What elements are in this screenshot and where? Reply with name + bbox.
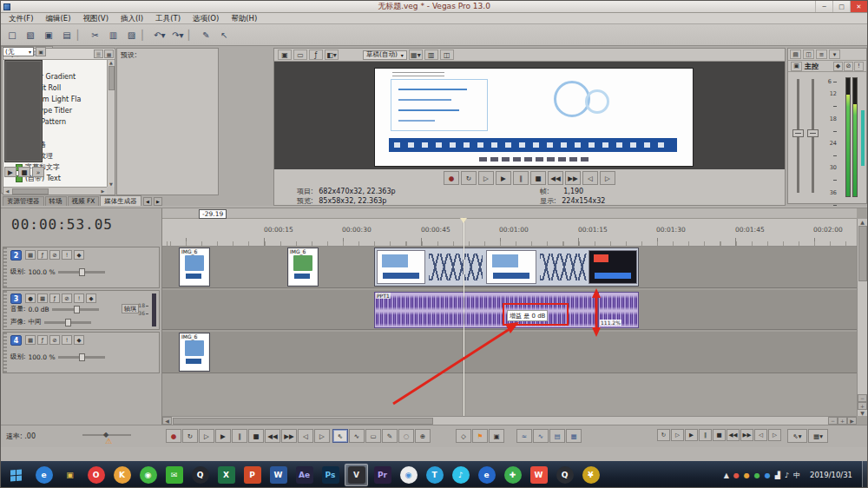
tree-horizontal-scrollbar[interactable]: ◀ ▶ bbox=[3, 187, 107, 195]
interactive-tutorials-icon[interactable]: ✎ bbox=[197, 27, 214, 43]
timeline-vertical-scrollbar[interactable]: ▲ − + ▼ bbox=[857, 219, 867, 416]
play-icon[interactable]: ▶ bbox=[215, 429, 231, 443]
zoom-out-icon[interactable]: − bbox=[858, 394, 867, 402]
solo-icon[interactable]: ! bbox=[62, 335, 72, 345]
video-event[interactable]: IMG_6 bbox=[179, 247, 210, 287]
minimize-button[interactable]: ─ bbox=[815, 1, 832, 12]
finance-app[interactable]: ¥ bbox=[579, 464, 602, 486]
auto-ripple-icon[interactable]: ≈ bbox=[516, 429, 532, 443]
pan-slider[interactable] bbox=[44, 321, 91, 324]
more-presets-icon[interactable]: » bbox=[32, 167, 44, 177]
menu-item[interactable]: 文件(F) bbox=[3, 13, 40, 24]
insert-marker-icon[interactable]: ⚑ bbox=[472, 429, 488, 443]
solo-master-icon[interactable]: ! bbox=[854, 62, 864, 71]
word[interactable]: W bbox=[266, 464, 290, 486]
zoom-edit-tool-icon[interactable]: ⊕ bbox=[415, 429, 431, 443]
track-grip[interactable] bbox=[3, 247, 7, 287]
kuwo-music[interactable]: K bbox=[110, 464, 134, 486]
envelope-edit-tool-icon[interactable]: ∿ bbox=[349, 429, 365, 443]
track-fx-icon[interactable]: ƒ bbox=[49, 293, 60, 303]
tim[interactable]: T bbox=[423, 464, 446, 486]
bus-assign-icon[interactable]: ▦ bbox=[25, 250, 36, 260]
copy-snapshot-icon[interactable]: ▥ bbox=[424, 49, 438, 60]
taskbar-clock[interactable]: 2019/10/31 bbox=[805, 471, 858, 479]
snap-icon[interactable]: ◇ bbox=[456, 429, 471, 443]
paint-tool-icon[interactable]: ✎ bbox=[382, 429, 398, 443]
paste-icon[interactable]: ▨ bbox=[122, 27, 140, 43]
copy-icon[interactable]: ▥ bbox=[104, 27, 122, 43]
automation-icon[interactable]: ◆ bbox=[74, 250, 84, 260]
tab-scroll-right-icon[interactable]: ▶ bbox=[154, 197, 162, 206]
overlays-grid-icon[interactable]: ▦▾ bbox=[409, 49, 423, 60]
level-slider[interactable] bbox=[58, 356, 105, 359]
prev-frame-icon[interactable]: ◁ bbox=[754, 429, 767, 441]
prev-frame-icon[interactable]: ◁ bbox=[582, 171, 598, 185]
play-icon[interactable]: ▶ bbox=[496, 171, 511, 185]
tray-app-blue-icon[interactable]: ● bbox=[765, 472, 771, 479]
whats-this-help-icon[interactable]: ↖ bbox=[215, 27, 233, 43]
stop-icon[interactable]: ■ bbox=[248, 429, 264, 443]
show-desktop-button[interactable] bbox=[862, 461, 867, 488]
arm-record-icon[interactable]: ● bbox=[25, 293, 36, 303]
split-screen-view-icon[interactable]: ◧▾ bbox=[325, 49, 339, 60]
stop-icon[interactable]: ■ bbox=[530, 171, 546, 185]
toolbar-separator[interactable]: ▏ bbox=[76, 27, 85, 43]
pause-icon[interactable]: ‖ bbox=[513, 171, 529, 185]
tree-vertical-scrollbar[interactable]: ▲ ▼ bbox=[107, 60, 115, 187]
undo-icon[interactable]: ↶▾ bbox=[151, 27, 168, 43]
new-project-icon[interactable]: □ bbox=[3, 27, 21, 43]
ie-browser[interactable]: e bbox=[32, 464, 56, 486]
solo-icon[interactable]: ! bbox=[62, 250, 72, 260]
preset-save-icon[interactable]: ▣ bbox=[36, 47, 46, 56]
project-video-properties-icon[interactable]: ▣ bbox=[278, 49, 292, 60]
start-button[interactable] bbox=[1, 461, 30, 488]
list-view-icon[interactable]: ☰ bbox=[94, 49, 103, 58]
video-event[interactable] bbox=[374, 247, 639, 287]
event-tool-icon[interactable]: ▦ bbox=[566, 429, 582, 443]
tray-app-orange-icon[interactable]: ● bbox=[744, 472, 750, 479]
zoom-in-icon[interactable]: + bbox=[858, 402, 867, 410]
dock-tab[interactable]: 媒体生成器 bbox=[100, 195, 141, 206]
video-output-fx-icon[interactable]: ƒ bbox=[309, 49, 323, 60]
ignore-grouping-icon[interactable]: ▤ bbox=[549, 429, 565, 443]
thumbnail-view-icon[interactable]: ▦ bbox=[104, 49, 114, 58]
menu-item[interactable]: 编辑(E) bbox=[40, 13, 77, 24]
fader-handle[interactable] bbox=[807, 129, 819, 137]
mute-master-icon[interactable]: ⊘ bbox=[844, 62, 853, 71]
lock-envelopes-icon[interactable]: ∿ bbox=[533, 429, 549, 443]
automation-icon[interactable]: ◆ bbox=[74, 335, 84, 345]
track-header-video-2[interactable]: 2 ▦ƒ⊘!◆ 级别: 100.0 % bbox=[3, 247, 160, 288]
timecode-display[interactable]: 00:00:53.05 bbox=[11, 216, 113, 233]
toolbar-separator[interactable]: ▏ bbox=[141, 27, 149, 43]
normal-edit-tool-icon[interactable]: ⇖ bbox=[332, 429, 348, 443]
play-from-start-icon[interactable]: ▷ bbox=[478, 171, 494, 185]
file-explorer[interactable]: ▣ bbox=[58, 464, 82, 486]
menu-item[interactable]: 插入(I) bbox=[115, 13, 149, 24]
wechat[interactable]: ✉ bbox=[162, 464, 186, 486]
next-frame-icon[interactable]: ▷ bbox=[314, 429, 330, 443]
scroll-down-icon[interactable]: ▼ bbox=[860, 410, 865, 416]
360-safe[interactable]: ✚ bbox=[501, 464, 524, 486]
tray-expand-icon[interactable]: ▲ bbox=[724, 472, 729, 479]
mute-icon[interactable]: ⊘ bbox=[49, 335, 60, 345]
dock-tab[interactable]: 视频 FX bbox=[68, 196, 100, 206]
save-snapshot-icon[interactable]: ◫ bbox=[440, 49, 454, 60]
next-frame-icon[interactable]: ▷ bbox=[600, 171, 615, 185]
go-to-end-icon[interactable]: ▶▶ bbox=[565, 171, 581, 185]
input-method-indicator[interactable]: 中 bbox=[793, 471, 800, 480]
scroll-up-icon[interactable]: ▲ bbox=[108, 60, 115, 65]
dock-tab[interactable]: 转场 bbox=[45, 196, 67, 206]
wps[interactable]: W bbox=[527, 464, 550, 486]
mute-icon[interactable]: ⊘ bbox=[49, 250, 60, 260]
loop-playback-icon[interactable]: ↻ bbox=[461, 171, 477, 185]
cut-icon[interactable]: ✂ bbox=[86, 27, 103, 43]
master-fader-right[interactable] bbox=[812, 79, 814, 193]
track-grip[interactable] bbox=[3, 333, 7, 373]
insert-bus-icon[interactable]: ▤ bbox=[790, 49, 801, 59]
scroll-up-icon[interactable]: ▲ bbox=[860, 219, 865, 225]
video-event[interactable]: IMG_6 bbox=[179, 333, 210, 372]
stop-icon[interactable]: ■ bbox=[713, 429, 726, 441]
scroll-left-icon[interactable]: ◀ bbox=[3, 188, 11, 194]
track-header-video-4[interactable]: 4 ▦ƒ⊘!◆ 级别: 100.0 % bbox=[3, 332, 160, 373]
scroll-thumb[interactable] bbox=[108, 66, 115, 90]
